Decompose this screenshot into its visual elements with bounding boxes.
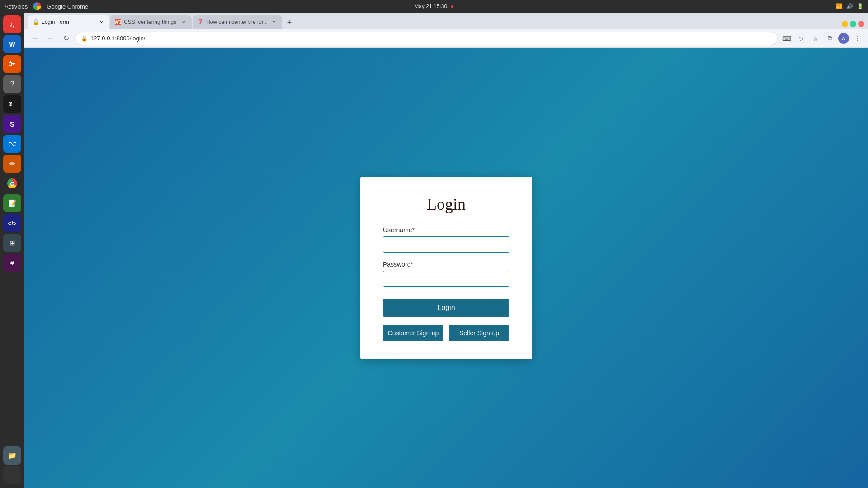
ssl-lock-icon: 🔒	[81, 35, 88, 42]
password-label: Password*	[383, 261, 509, 268]
os-indicator: ●	[450, 3, 453, 9]
bookmark-icon[interactable]: ☆	[809, 32, 822, 45]
rhythmbox-icon[interactable]: ♫	[3, 15, 21, 33]
seller-signup-button[interactable]: Seller Sign-up	[449, 325, 509, 341]
tab-title-so: How can i center the for...	[206, 19, 268, 25]
files-icon[interactable]: 📁	[3, 446, 21, 465]
tab-stackoverflow[interactable]: ❓ How can i center the for... ✕	[193, 15, 282, 29]
kali-icon[interactable]: </>	[3, 214, 21, 232]
login-button[interactable]: Login	[383, 299, 509, 317]
login-title: Login	[383, 195, 509, 214]
nav-bar: ← → ↻ 🔒 127.0.0.1:8000/login/ ⌨ ▷ ☆ ⧉ A …	[24, 29, 868, 48]
appstore-icon[interactable]: 🛍	[3, 55, 21, 73]
volume-icon: 🔊	[846, 3, 853, 9]
mosaic-icon[interactable]: ⊞	[3, 234, 21, 252]
os-sidebar: ♫ W 🛍 ? $_ S ⌥ ✏ 📝 </> ⊞ # 📁 ⋮⋮	[0, 13, 24, 488]
url-text: 127.0.0.1:8000/login/	[90, 35, 772, 42]
tab-favicon-css: W3	[115, 19, 121, 25]
vscode-icon[interactable]: ⌥	[3, 135, 21, 153]
slack-icon[interactable]: #	[3, 254, 21, 272]
chrome-sidebar-icon[interactable]	[3, 174, 21, 192]
minimize-button[interactable]	[842, 21, 848, 27]
tab-css-centering[interactable]: W3 CSS: centering things ✕	[110, 15, 192, 29]
bookmark-key-icon[interactable]: ⌨	[780, 32, 793, 45]
tab-favicon-so: ❓	[197, 19, 203, 25]
back-button[interactable]: ←	[29, 32, 42, 45]
tab-bar: 🔒 Login Form ✕ W3 CSS: centering things …	[24, 13, 868, 29]
login-card: Login Username* Password* Login Customer…	[360, 177, 532, 359]
signup-row: Customer Sign-up Seller Sign-up	[383, 325, 509, 341]
profile-avatar[interactable]: A	[838, 33, 849, 44]
close-button[interactable]	[858, 21, 864, 27]
os-app-name: Google Chrome	[47, 3, 88, 10]
nav-actions: ⌨ ▷ ☆ ⧉ A ⋮	[780, 32, 863, 45]
extension-icon[interactable]: ⧉	[824, 32, 836, 45]
page-content: Login Username* Password* Login Customer…	[24, 48, 868, 488]
inkscape-icon[interactable]: ✏	[3, 155, 21, 173]
password-input[interactable]	[383, 271, 509, 287]
username-label: Username*	[383, 226, 509, 234]
browser-window: 🔒 Login Form ✕ W3 CSS: centering things …	[24, 13, 868, 488]
cast-icon[interactable]: ▷	[795, 32, 807, 45]
tab-title-css: CSS: centering things	[124, 19, 177, 25]
tab-close-css[interactable]: ✕	[180, 19, 187, 26]
apps-grid-icon[interactable]: ⋮⋮⋮	[3, 466, 21, 484]
sublime-icon[interactable]: S	[3, 115, 21, 133]
more-options-button[interactable]: ⋮	[851, 32, 863, 45]
reload-button[interactable]: ↻	[60, 32, 72, 45]
tab-close-login[interactable]: ✕	[98, 19, 105, 26]
chrome-os-icon	[33, 2, 41, 10]
username-input[interactable]	[383, 236, 509, 253]
tab-close-so[interactable]: ✕	[270, 19, 278, 26]
os-datetime: May 21 15:30	[414, 3, 447, 9]
os-topbar: Activities Google Chrome May 21 15:30 ● …	[0, 0, 868, 13]
tab-favicon-login: 🔒	[33, 19, 39, 25]
help-icon[interactable]: ?	[3, 75, 21, 93]
address-bar[interactable]: 🔒 127.0.0.1:8000/login/	[75, 32, 778, 45]
writer-icon[interactable]: W	[3, 35, 21, 53]
network-icon: 📶	[836, 3, 843, 9]
tab-title-login: Login Form	[42, 19, 95, 25]
gedit-icon[interactable]: 📝	[3, 194, 21, 212]
maximize-button[interactable]	[850, 21, 856, 27]
username-group: Username*	[383, 226, 509, 253]
password-group: Password*	[383, 261, 509, 287]
forward-button[interactable]: →	[44, 32, 57, 45]
tab-login-form[interactable]: 🔒 Login Form ✕	[28, 15, 109, 29]
new-tab-button[interactable]: +	[283, 16, 296, 29]
customer-signup-button[interactable]: Customer Sign-up	[383, 325, 443, 341]
terminal-icon[interactable]: $_	[3, 95, 21, 113]
battery-icon: 🔋	[857, 3, 863, 9]
browser-chrome: 🔒 Login Form ✕ W3 CSS: centering things …	[24, 13, 868, 48]
activities-button[interactable]: Activities	[5, 3, 28, 10]
